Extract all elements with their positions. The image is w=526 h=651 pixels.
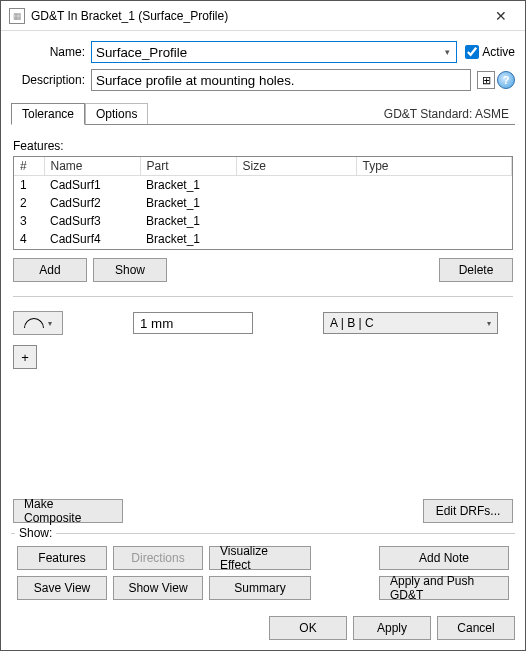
chevron-down-icon: ▾ <box>487 319 491 328</box>
make-composite-button[interactable]: Make Composite <box>13 499 123 523</box>
chevron-down-icon: ▾ <box>48 319 52 328</box>
symbol-combo[interactable]: ▾ <box>13 311 63 335</box>
cell-name: CadSurf3 <box>44 212 140 230</box>
delete-button[interactable]: Delete <box>439 258 513 282</box>
table-header-row: # Name Part Size Type <box>14 157 512 176</box>
title-bar: ▦ GD&T In Bracket_1 (Surface_Profile) ✕ <box>1 1 525 31</box>
features-section: Features: # Name Part Size Type <box>13 139 513 282</box>
cell-type <box>356 230 512 248</box>
cell-part: Bracket_1 <box>140 230 236 248</box>
name-input[interactable] <box>91 41 457 63</box>
cell-part: Bracket_1 <box>140 194 236 212</box>
features-table: # Name Part Size Type 1 CadSurf1 Bracket… <box>14 157 512 248</box>
show-view-button[interactable]: Show View <box>113 576 203 600</box>
add-button[interactable]: Add <box>13 258 87 282</box>
cell-name: CadSurf2 <box>44 194 140 212</box>
cell-part: Bracket_1 <box>140 176 236 195</box>
window-title: GD&T In Bracket_1 (Surface_Profile) <box>31 9 479 23</box>
description-icons: ⊞ ? <box>477 71 515 89</box>
table-row[interactable]: 1 CadSurf1 Bracket_1 <box>14 176 512 195</box>
close-button[interactable]: ✕ <box>479 2 523 30</box>
features-button[interactable]: Features <box>17 546 107 570</box>
add-note-button[interactable]: Add Note <box>379 546 509 570</box>
cell-name: CadSurf1 <box>44 176 140 195</box>
table-row[interactable]: 2 CadSurf2 Bracket_1 <box>14 194 512 212</box>
cell-index: 4 <box>14 230 44 248</box>
apply-button[interactable]: Apply <box>353 616 431 640</box>
save-view-button[interactable]: Save View <box>17 576 107 600</box>
col-header-type[interactable]: Type <box>356 157 512 176</box>
summary-button[interactable]: Summary <box>209 576 311 600</box>
ok-button[interactable]: OK <box>269 616 347 640</box>
show-button[interactable]: Show <box>93 258 167 282</box>
name-label: Name: <box>11 45 91 59</box>
cell-size <box>236 230 356 248</box>
cell-type <box>356 176 512 195</box>
active-checkbox-input[interactable] <box>465 45 479 59</box>
description-label: Description: <box>11 73 91 87</box>
cell-type <box>356 194 512 212</box>
features-label: Features: <box>13 139 513 153</box>
col-header-name[interactable]: Name <box>44 157 140 176</box>
cell-part: Bracket_1 <box>140 212 236 230</box>
separator <box>13 296 513 297</box>
show-group: Show: Features Save View Directions Show… <box>11 533 515 606</box>
name-row: Name: ▾ Active <box>11 41 515 63</box>
directions-button: Directions <box>113 546 203 570</box>
tolerance-input[interactable] <box>133 312 253 334</box>
visualize-effect-button[interactable]: Visualize Effect <box>209 546 311 570</box>
col-header-index[interactable]: # <box>14 157 44 176</box>
surface-profile-icon <box>24 318 44 328</box>
features-buttons: Add Show Delete <box>13 258 513 282</box>
gdt-standard-label: GD&T Standard: ASME <box>378 104 515 124</box>
tab-tolerance[interactable]: Tolerance <box>11 103 85 125</box>
cell-size <box>236 212 356 230</box>
show-legend: Show: <box>15 526 56 540</box>
tab-bar: Tolerance Options GD&T Standard: ASME <box>11 103 515 125</box>
edit-drfs-button[interactable]: Edit DRFs... <box>423 499 513 523</box>
help-icon[interactable]: ? <box>497 71 515 89</box>
cell-index: 2 <box>14 194 44 212</box>
dialog-buttons: OK Apply Cancel <box>1 606 525 650</box>
cell-size <box>236 194 356 212</box>
composite-row: Make Composite Edit DRFs... <box>13 499 513 523</box>
cell-size <box>236 176 356 195</box>
cell-index: 3 <box>14 212 44 230</box>
dialog-content: Name: ▾ Active Description: ⊞ ? Toleranc… <box>1 31 525 606</box>
features-table-wrap: # Name Part Size Type 1 CadSurf1 Bracket… <box>13 156 513 250</box>
app-icon: ▦ <box>9 8 25 24</box>
col-header-part[interactable]: Part <box>140 157 236 176</box>
name-combo[interactable]: ▾ <box>91 41 457 63</box>
table-row[interactable]: 4 CadSurf4 Bracket_1 <box>14 230 512 248</box>
tolerance-row: ▾ A | B | C ▾ <box>13 311 513 335</box>
tolerance-panel: Features: # Name Part Size Type <box>11 125 515 527</box>
cell-type <box>356 212 512 230</box>
drf-value: A | B | C <box>330 316 374 330</box>
active-checkbox[interactable]: Active <box>465 45 515 59</box>
apply-and-push-button[interactable]: Apply and Push GD&T <box>379 576 509 600</box>
active-label: Active <box>482 45 515 59</box>
description-row: Description: ⊞ ? <box>11 69 515 91</box>
table-row[interactable]: 3 CadSurf3 Bracket_1 <box>14 212 512 230</box>
description-input[interactable] <box>91 69 471 91</box>
tab-options[interactable]: Options <box>85 103 148 124</box>
drf-combo[interactable]: A | B | C ▾ <box>323 312 498 334</box>
col-header-size[interactable]: Size <box>236 157 356 176</box>
grid-icon[interactable]: ⊞ <box>477 71 495 89</box>
add-row-button[interactable]: + <box>13 345 37 369</box>
cancel-button[interactable]: Cancel <box>437 616 515 640</box>
cell-name: CadSurf4 <box>44 230 140 248</box>
cell-index: 1 <box>14 176 44 195</box>
